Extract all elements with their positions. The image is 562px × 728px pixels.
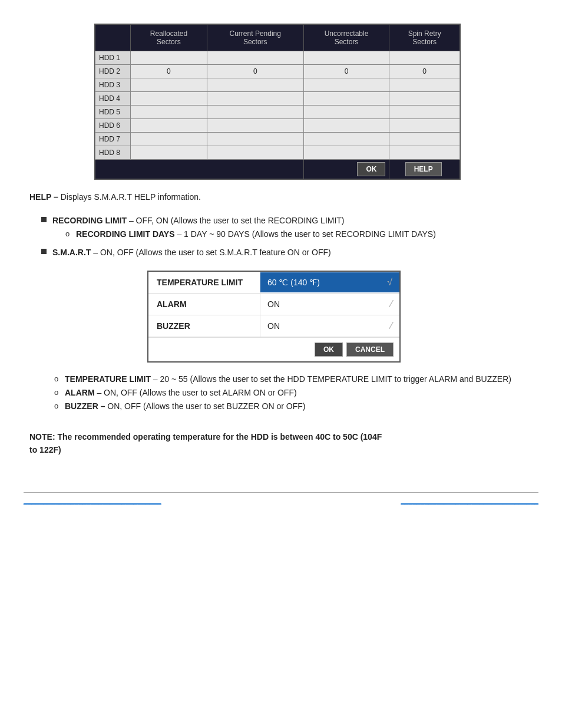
buzzer-text: ON — [267, 321, 280, 331]
hdd-3-col-1 — [131, 78, 207, 92]
dialog-row-buzzer: BUZZER ON ∕ — [148, 315, 399, 337]
hdd-7-col-1 — [131, 133, 207, 146]
dropdown-icon: √ — [387, 277, 392, 288]
temperature-limit-text: 60 ℃ (140 ℉) — [267, 278, 320, 287]
col-header-uncorrectable: UncorrectableSectors — [303, 25, 389, 51]
hdd-2-col-1: 0 — [131, 65, 207, 78]
sub-bullet-list-after-dialog: TEMPERATURE LIMIT – 20 ~ 55 (Allows the … — [54, 373, 538, 413]
hdd-5-col-1 — [131, 106, 207, 119]
col-header-empty — [95, 25, 131, 51]
table-row: HDD 1 — [95, 51, 460, 65]
hdd-label-2: HDD 2 — [95, 65, 131, 78]
hdd-label-8: HDD 8 — [95, 146, 131, 160]
sub-bullet-temperature: TEMPERATURE LIMIT – 20 ~ 55 (Allows the … — [54, 373, 538, 386]
table-row: HDD 4 — [95, 92, 460, 106]
help-description: HELP – Displays S.M.A.R.T HELP informati… — [29, 192, 538, 202]
bullet-square-icon-2 — [41, 249, 47, 254]
temperature-limit-value[interactable]: 60 ℃ (140 ℉) √ — [260, 272, 399, 292]
table-footer-row: OK HELP — [95, 160, 460, 179]
col-header-current-pending: Current PendingSectors — [207, 25, 303, 51]
hdd-label-4: HDD 4 — [95, 92, 131, 106]
col-header-spin-retry: Spin RetrySectors — [389, 25, 460, 51]
buzzer-value[interactable]: ON ∕ — [260, 316, 399, 336]
bullet-recording-limit-text: RECORDING LIMIT – OFF, ON (Allows the us… — [52, 215, 436, 242]
alarm-text: ON — [267, 299, 280, 309]
hdd-4-col-3 — [303, 92, 389, 106]
col-header-reallocated: ReallocatedSectors — [131, 25, 207, 51]
hdd-2-col-3: 0 — [303, 65, 389, 78]
smart-table-container: ReallocatedSectors Current PendingSector… — [94, 24, 461, 180]
hdd-5-col-3 — [303, 106, 389, 119]
dialog-footer: OK CANCEL — [148, 337, 399, 361]
hdd-label-1: HDD 1 — [95, 51, 131, 65]
sub-bullet-recording-limit-days: RECORDING LIMIT DAYS – 1 DAY ~ 90 DAYS (… — [65, 228, 436, 241]
table-row: HDD 20000 — [95, 65, 460, 78]
hdd-6-col-1 — [131, 119, 207, 133]
hdd-5-col-4 — [389, 106, 460, 119]
alarm-label: ALARM — [148, 294, 260, 315]
edit-icon-alarm: ∕ — [391, 299, 392, 309]
help-button[interactable]: HELP — [405, 162, 442, 176]
hdd-1-col-3 — [303, 51, 389, 65]
hdd-1-col-2 — [207, 51, 303, 65]
smart-settings-dialog: TEMPERATURE LIMIT 60 ℃ (140 ℉) √ ALARM O… — [147, 271, 401, 363]
hdd-2-col-2: 0 — [207, 65, 303, 78]
hdd-8-col-1 — [131, 146, 207, 160]
hdd-4-col-2 — [207, 92, 303, 106]
hdd-7-col-4 — [389, 133, 460, 146]
ok-button[interactable]: OK — [357, 162, 385, 176]
table-row: HDD 5 — [95, 106, 460, 119]
hdd-3-col-2 — [207, 78, 303, 92]
hdd-5-col-2 — [207, 106, 303, 119]
hdd-6-col-2 — [207, 119, 303, 133]
hdd-8-col-4 — [389, 146, 460, 160]
hdd-label-5: HDD 5 — [95, 106, 131, 119]
hdd-7-col-3 — [303, 133, 389, 146]
bullet-square-icon — [41, 217, 47, 222]
hdd-8-col-3 — [303, 146, 389, 160]
sub-bullet-buzzer: BUZZER – ON, OFF (Allows the user to set… — [54, 400, 538, 413]
edit-icon-buzzer: ∕ — [391, 321, 392, 331]
note-text: NOTE: The recommended operating temperat… — [29, 430, 538, 457]
dialog-row-alarm: ALARM ON ∕ — [148, 294, 399, 315]
hdd-6-col-3 — [303, 119, 389, 133]
hdd-4-col-1 — [131, 92, 207, 106]
hdd-label-6: HDD 6 — [95, 119, 131, 133]
smart-table: ReallocatedSectors Current PendingSector… — [95, 24, 460, 179]
buzzer-label: BUZZER — [148, 315, 260, 337]
table-row: HDD 6 — [95, 119, 460, 133]
hdd-8-col-2 — [207, 146, 303, 160]
table-row: HDD 8 — [95, 146, 460, 160]
footer-right-link[interactable]: ___________________________________ — [401, 496, 538, 505]
hdd-7-col-2 — [207, 133, 303, 146]
note-section: NOTE: The recommended operating temperat… — [29, 430, 538, 457]
sub-bullet-alarm: ALARM – ON, OFF (Allows the user to set … — [54, 387, 538, 399]
alarm-value[interactable]: ON ∕ — [260, 294, 399, 314]
footer-left-link[interactable]: ___________________________________ — [24, 496, 161, 505]
hdd-1-col-1 — [131, 51, 207, 65]
table-row: HDD 3 — [95, 78, 460, 92]
table-row: HDD 7 — [95, 133, 460, 146]
hdd-6-col-4 — [389, 119, 460, 133]
temperature-limit-label: TEMPERATURE LIMIT — [148, 272, 260, 293]
hdd-4-col-4 — [389, 92, 460, 106]
bullet-smart-text: S.M.A.R.T – ON, OFF (Allows the user to … — [52, 246, 331, 259]
dialog-cancel-button[interactable]: CANCEL — [346, 342, 394, 357]
dialog-ok-button[interactable]: OK — [315, 342, 343, 357]
hdd-label-3: HDD 3 — [95, 78, 131, 92]
hdd-1-col-4 — [389, 51, 460, 65]
hdd-3-col-3 — [303, 78, 389, 92]
dialog-row-temperature: TEMPERATURE LIMIT 60 ℃ (140 ℉) √ — [148, 272, 399, 294]
page-footer: ___________________________________ ____… — [24, 492, 538, 505]
hdd-3-col-4 — [389, 78, 460, 92]
hdd-label-7: HDD 7 — [95, 133, 131, 146]
bullet-smart: S.M.A.R.T – ON, OFF (Allows the user to … — [41, 246, 538, 259]
bullet-recording-limit: RECORDING LIMIT – OFF, ON (Allows the us… — [41, 215, 538, 242]
hdd-2-col-4: 0 — [389, 65, 460, 78]
bullet-list: RECORDING LIMIT – OFF, ON (Allows the us… — [41, 215, 538, 413]
